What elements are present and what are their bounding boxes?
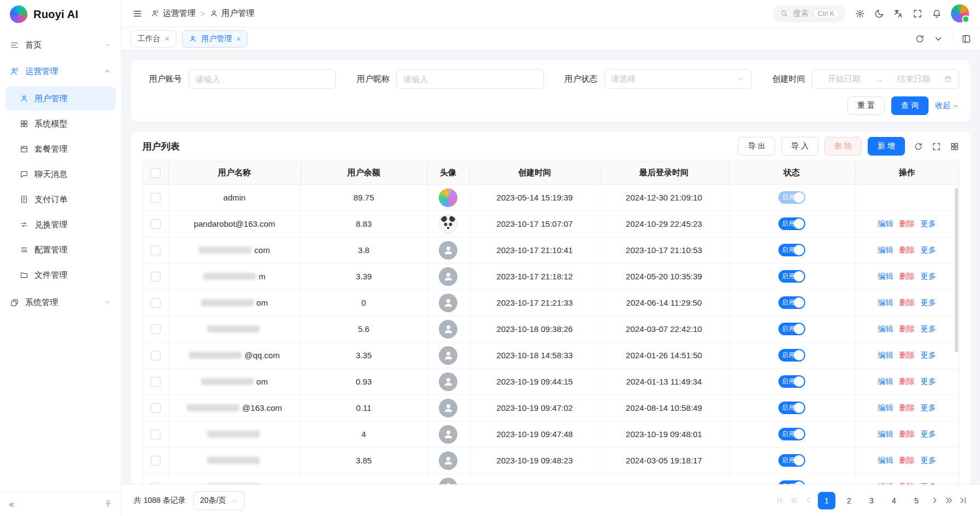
status-toggle[interactable]: 启用 — [778, 402, 805, 414]
breadcrumb-item-operations[interactable]: 运营管理 — [151, 8, 196, 19]
refresh-icon[interactable] — [914, 142, 923, 151]
export-button[interactable]: 导 出 — [738, 137, 775, 156]
sidebar-subitem[interactable]: 套餐管理 — [5, 137, 116, 161]
edit-link[interactable]: 编辑 — [878, 324, 893, 334]
more-link[interactable]: 更多 — [921, 456, 936, 466]
tab[interactable]: 用户管理 × — [182, 30, 248, 48]
edit-link[interactable]: 编辑 — [878, 351, 893, 360]
fullscreen-icon[interactable] — [932, 142, 941, 151]
sidebar-collapse-button[interactable]: « — [9, 499, 14, 509]
dark-mode-moon-icon[interactable] — [874, 9, 884, 19]
row-checkbox[interactable] — [151, 245, 161, 255]
page-number-button[interactable]: 5 — [908, 492, 925, 509]
user-avatar[interactable] — [951, 4, 969, 22]
sidebar-subitem[interactable]: 聊天消息 — [5, 162, 116, 186]
edit-link[interactable]: 编辑 — [878, 298, 893, 308]
breadcrumb-item-users[interactable]: 用户管理 — [210, 8, 254, 19]
more-link[interactable]: 更多 — [921, 403, 936, 413]
sidebar-item-system[interactable]: 系统管理 — [0, 289, 121, 316]
row-checkbox[interactable] — [151, 377, 161, 387]
fullscreen-icon[interactable] — [913, 9, 922, 19]
sidebar-item-home[interactable]: 首页 — [0, 32, 121, 58]
column-setting-icon[interactable] — [950, 142, 959, 151]
row-checkbox[interactable] — [151, 403, 161, 413]
page-number-button[interactable]: 2 — [840, 492, 858, 509]
status-toggle[interactable]: 启用 — [778, 349, 805, 362]
pin-icon[interactable] — [104, 500, 112, 508]
app-logo[interactable]: Ruoyi AI — [0, 0, 121, 28]
row-checkbox[interactable] — [151, 324, 161, 334]
edit-link[interactable]: 编辑 — [878, 403, 893, 413]
page-number-button[interactable]: 1 — [818, 492, 835, 509]
sidebar-subitem[interactable]: 配置管理 — [5, 238, 116, 262]
row-checkbox[interactable] — [151, 219, 161, 229]
add-button[interactable]: 新 增 — [868, 137, 905, 156]
status-toggle[interactable]: 启用 — [778, 375, 805, 388]
sidebar-subitem[interactable]: 系统模型 — [5, 112, 116, 136]
language-translate-icon[interactable] — [893, 9, 903, 19]
delete-link[interactable]: 删除 — [899, 482, 915, 485]
next-page-button[interactable] — [930, 496, 939, 505]
row-checkbox[interactable] — [151, 298, 161, 308]
sidebar-subitem[interactable]: 用户管理 — [5, 87, 116, 111]
delete-link[interactable]: 删除 — [899, 429, 915, 439]
chevron-down-icon[interactable] — [933, 34, 943, 44]
edit-link[interactable]: 编辑 — [878, 456, 893, 466]
import-button[interactable]: 导 入 — [781, 137, 818, 156]
more-link[interactable]: 更多 — [921, 482, 936, 485]
layout-expand-icon[interactable] — [952, 34, 971, 44]
status-toggle[interactable]: 启用 — [778, 191, 805, 204]
prev-page-button[interactable] — [804, 496, 813, 505]
status-select[interactable]: 请选择 — [604, 69, 752, 89]
settings-gear-icon[interactable] — [855, 9, 865, 19]
page-size-select[interactable]: 20条/页 — [193, 491, 245, 510]
more-link[interactable]: 更多 — [921, 351, 936, 360]
global-search[interactable]: 搜索 Ctrl K — [773, 5, 846, 22]
edit-link[interactable]: 编辑 — [878, 245, 893, 255]
row-checkbox[interactable] — [151, 351, 161, 360]
row-checkbox[interactable] — [151, 429, 161, 439]
close-icon[interactable]: × — [165, 35, 169, 43]
delete-link[interactable]: 删除 — [899, 403, 915, 413]
status-toggle[interactable]: 启用 — [778, 296, 805, 309]
sidebar-subitem[interactable]: 支付订单 — [5, 187, 116, 211]
collapse-filters-link[interactable]: 收起 — [935, 101, 959, 111]
prev-5-pages-button[interactable] — [789, 496, 799, 505]
query-button[interactable]: 查 询 — [891, 96, 929, 115]
notifications-bell-icon[interactable] — [932, 9, 942, 19]
refresh-icon[interactable] — [915, 34, 925, 44]
delete-link[interactable]: 删除 — [899, 377, 915, 387]
delete-link[interactable]: 删除 — [899, 219, 915, 229]
more-link[interactable]: 更多 — [921, 298, 936, 308]
delete-link[interactable]: 删除 — [899, 324, 915, 334]
page-number-button[interactable]: 4 — [885, 492, 903, 509]
status-toggle[interactable]: 启用 — [778, 217, 805, 230]
vertical-scrollbar[interactable] — [955, 188, 958, 352]
nickname-input[interactable] — [396, 69, 543, 89]
status-toggle[interactable]: 启用 — [778, 323, 805, 335]
edit-link[interactable]: 编辑 — [878, 482, 893, 485]
edit-link[interactable]: 编辑 — [878, 219, 893, 229]
edit-link[interactable]: 编辑 — [878, 429, 893, 439]
created-date-range[interactable]: 开始日期 → 结束日期 — [812, 69, 959, 89]
last-page-button[interactable] — [959, 496, 968, 505]
first-page-button[interactable] — [775, 496, 784, 505]
status-toggle[interactable]: 启用 — [778, 428, 805, 440]
delete-link[interactable]: 删除 — [899, 351, 915, 360]
tab[interactable]: 工作台 × — [130, 30, 176, 48]
more-link[interactable]: 更多 — [921, 429, 936, 439]
reset-button[interactable]: 重 置 — [847, 96, 885, 115]
row-checkbox[interactable] — [151, 482, 161, 485]
more-link[interactable]: 更多 — [921, 272, 936, 282]
more-link[interactable]: 更多 — [921, 324, 936, 334]
more-link[interactable]: 更多 — [921, 245, 936, 255]
page-number-button[interactable]: 3 — [863, 492, 880, 509]
delete-link[interactable]: 删除 — [899, 298, 915, 308]
status-toggle[interactable]: 启用 — [778, 244, 805, 256]
status-toggle[interactable]: 启用 — [778, 454, 805, 467]
row-checkbox[interactable] — [151, 193, 161, 203]
more-link[interactable]: 更多 — [921, 219, 936, 229]
status-toggle[interactable]: 启用 — [778, 270, 805, 283]
delete-link[interactable]: 删除 — [899, 272, 915, 282]
delete-link[interactable]: 删除 — [899, 456, 915, 466]
